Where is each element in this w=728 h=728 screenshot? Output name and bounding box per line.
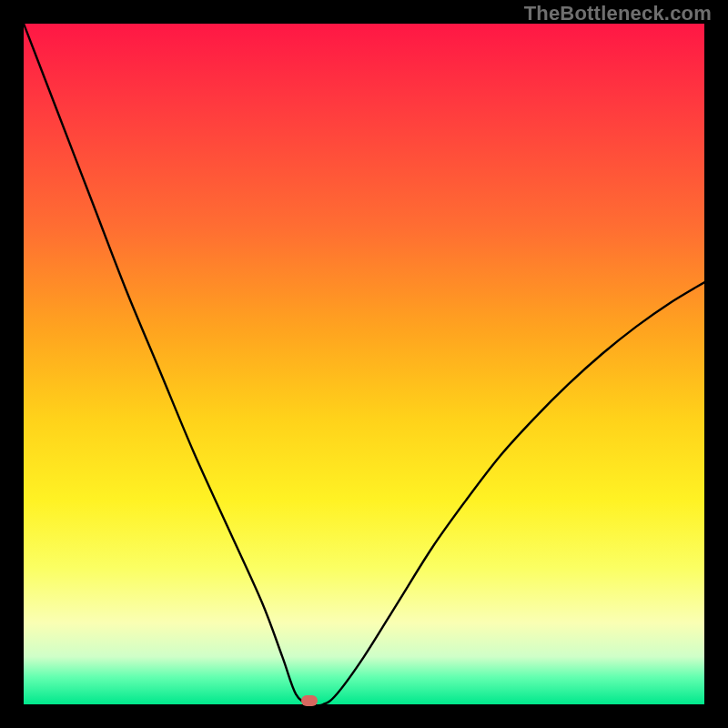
chart-frame: TheBottleneck.com xyxy=(0,0,728,728)
bottleneck-curve xyxy=(24,24,704,704)
minimum-dot-icon xyxy=(301,695,318,706)
watermark-text: TheBottleneck.com xyxy=(524,2,712,25)
